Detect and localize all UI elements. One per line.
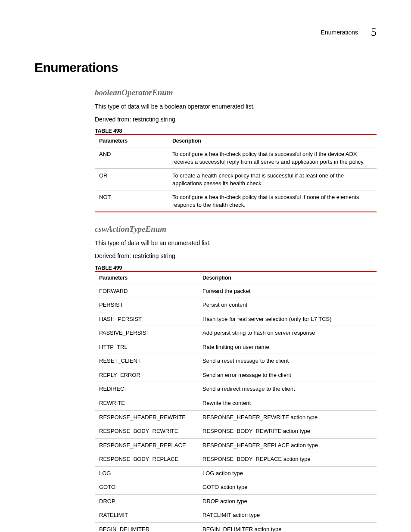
- intro-text: This type of data will be an enumerated …: [95, 239, 377, 248]
- parameter-cell: OR: [95, 169, 168, 190]
- table-row: REDIRECTSend a redirect message to the c…: [95, 382, 377, 396]
- table-row: LOGLOG action type: [95, 466, 377, 480]
- table-row: NOTTo configure a health-check policy th…: [95, 190, 377, 212]
- parameter-cell: NOT: [95, 190, 168, 212]
- description-cell: Persist on content: [198, 298, 377, 312]
- table-row: REPLY_ERRORSend an error message to the …: [95, 368, 377, 382]
- description-cell: LOG action type: [198, 466, 377, 480]
- parameter-cell: GOTO: [95, 480, 198, 495]
- description-cell: Send a redirect message to the client: [198, 382, 377, 396]
- description-cell: GOTO action type: [198, 480, 377, 495]
- table-row: ANDTo configure a health-check policy th…: [95, 147, 377, 169]
- table-row: HTTP_TRLRate limiting on user name: [95, 340, 377, 354]
- table-row: RESPONSE_HEADER_REWRITERESPONSE_HEADER_R…: [95, 410, 377, 424]
- description-cell: RESPONSE_HEADER_REWRITE action type: [198, 410, 377, 424]
- parameter-cell: RESPONSE_BODY_REPLACE: [95, 452, 198, 467]
- table-row: BEGIN_DELIMITERBEGIN_DELIMITER action ty…: [95, 522, 377, 532]
- parameter-cell: FORWARD: [95, 284, 198, 298]
- parameter-cell: REDIRECT: [95, 382, 198, 396]
- parameter-cell: HTTP_TRL: [95, 340, 198, 354]
- parameter-cell: REPLY_ERROR: [95, 368, 198, 382]
- parameter-cell: PASSIVE_PERSIST: [95, 326, 198, 340]
- document-page: Enumerations 5 Enumerations booleanOpera…: [0, 0, 411, 532]
- description-cell: To configure a health-check policy that …: [168, 190, 377, 212]
- parameter-cell: PERSIST: [95, 298, 198, 312]
- description-cell: Send a reset message to the client: [198, 354, 377, 368]
- subsection-heading: booleanOperatorEnum: [95, 88, 377, 97]
- parameter-cell: HASH_PERSIST: [95, 312, 198, 326]
- table-column-header: Description: [198, 271, 377, 284]
- table-row: RATELIMITRATELIMIT action type: [95, 508, 377, 523]
- data-table: ParametersDescriptionANDTo configure a h…: [95, 134, 377, 212]
- parameter-cell: BEGIN_DELIMITER: [95, 522, 198, 532]
- table-row: RESET_CLIENTSend a reset message to the …: [95, 354, 377, 368]
- table-label: TABLE 498: [95, 128, 377, 134]
- intro-text: This type of data will be a boolean oper…: [95, 103, 377, 111]
- description-cell: RATELIMIT action type: [198, 508, 377, 523]
- parameter-cell: REWRITE: [95, 396, 198, 411]
- derived-from-text: Derived from: restricting string: [95, 252, 377, 261]
- description-cell: RESPONSE_BODY_REPLACE action type: [198, 452, 377, 467]
- description-cell: DROP action type: [198, 494, 377, 508]
- table-row: RESPONSE_BODY_REWRITERESPONSE_BODY_REWRI…: [95, 424, 377, 439]
- description-cell: To configure a health-check policy that …: [168, 147, 377, 169]
- parameter-cell: RESET_CLIENT: [95, 354, 198, 368]
- table-row: FORWARDForward the packet: [95, 284, 377, 298]
- content-body: booleanOperatorEnumThis type of data wil…: [95, 88, 377, 532]
- description-cell: Add persist string to hash on server res…: [198, 326, 377, 340]
- table-row: DROPDROP action type: [95, 494, 377, 508]
- header-chapter-number: 5: [371, 26, 377, 39]
- subsection-heading: cswActionTypeEnum: [95, 224, 377, 234]
- parameter-cell: LOG: [95, 466, 198, 480]
- table-label: TABLE 499: [95, 265, 377, 271]
- parameter-cell: RESPONSE_HEADER_REPLACE: [95, 438, 198, 452]
- parameter-cell: RESPONSE_HEADER_REWRITE: [95, 410, 198, 424]
- description-cell: RESPONSE_BODY_REWRITE action type: [198, 424, 377, 439]
- description-cell: Hash type for real server selection (onl…: [198, 312, 377, 326]
- description-cell: Rate limiting on user name: [198, 340, 377, 354]
- parameter-cell: DROP: [95, 494, 198, 508]
- data-table: ParametersDescriptionFORWARDForward the …: [95, 271, 377, 532]
- table-row: PASSIVE_PERSISTAdd persist string to has…: [95, 326, 377, 340]
- description-cell: BEGIN_DELIMITER action type: [198, 522, 377, 532]
- table-row: GOTOGOTO action type: [95, 480, 377, 495]
- table-row: RESPONSE_BODY_REPLACERESPONSE_BODY_REPLA…: [95, 452, 377, 467]
- table-row: PERSISTPersist on content: [95, 298, 377, 312]
- derived-from-text: Derived from: restricting string: [95, 115, 377, 124]
- table-column-header: Description: [168, 134, 377, 147]
- table-row: HASH_PERSISTHash type for real server se…: [95, 312, 377, 326]
- description-cell: Forward the packet: [198, 284, 377, 298]
- parameter-cell: RATELIMIT: [95, 508, 198, 523]
- parameter-cell: AND: [95, 147, 168, 169]
- table-row: ORTo create a health-check policy that i…: [95, 169, 377, 190]
- description-cell: Send an error message to the client: [198, 368, 377, 382]
- header-section: Enumerations: [321, 29, 358, 36]
- page-title: Enumerations: [34, 60, 377, 75]
- description-cell: Rewrite the content: [198, 396, 377, 411]
- parameter-cell: RESPONSE_BODY_REWRITE: [95, 424, 198, 439]
- table-column-header: Parameters: [95, 271, 198, 284]
- description-cell: To create a health-check policy that is …: [168, 169, 377, 190]
- running-header: Enumerations 5: [34, 26, 377, 39]
- table-row: RESPONSE_HEADER_REPLACERESPONSE_HEADER_R…: [95, 438, 377, 452]
- table-row: REWRITERewrite the content: [95, 396, 377, 411]
- description-cell: RESPONSE_HEADER_REPLACE action type: [198, 438, 377, 452]
- table-column-header: Parameters: [95, 134, 168, 147]
